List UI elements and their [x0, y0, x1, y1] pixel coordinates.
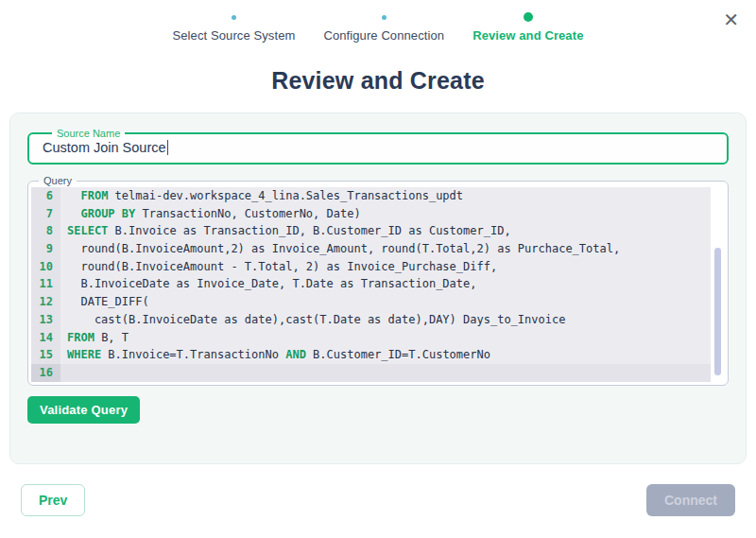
code-text: FROM B, T: [60, 329, 129, 347]
code-line[interactable]: 10 round(B.InvoiceAmount - T.Total, 2) a…: [31, 258, 711, 276]
source-name-label: Source Name: [52, 128, 125, 139]
line-number: 9: [31, 240, 60, 258]
text-caret: [167, 140, 169, 155]
footer: Prev Connect: [21, 484, 735, 516]
close-button[interactable]: ✕: [723, 10, 739, 29]
connect-button[interactable]: Connect: [646, 484, 735, 516]
code-text: [60, 364, 67, 382]
code-text: SELECT B.Invoice as Transaction_ID, B.Cu…: [60, 222, 511, 240]
source-name-value: Custom Join Source: [43, 140, 166, 155]
line-number: 11: [31, 275, 60, 293]
step-label: Configure Connection: [323, 28, 444, 43]
line-number: 16: [31, 364, 60, 382]
validate-query-button[interactable]: Validate Query: [27, 396, 140, 424]
step-label: Review and Create: [472, 28, 583, 43]
line-number: 7: [31, 205, 60, 223]
line-number: 12: [31, 293, 60, 311]
code-line[interactable]: 14FROM B, T: [31, 329, 711, 347]
code-text: cast(B.InvoiceDate as date),cast(T.Date …: [60, 311, 565, 329]
source-name-input[interactable]: Custom Join Source: [41, 139, 715, 155]
line-number: 8: [31, 222, 60, 240]
sql-editor[interactable]: 6 FROM telmai-dev.workspace_4_lina.Sales…: [31, 187, 725, 382]
step-dot-icon: [524, 12, 533, 22]
step-review-and-create[interactable]: Review and Create: [472, 12, 583, 43]
scrollbar-thumb[interactable]: [714, 248, 721, 376]
code-text: round(B.InvoiceAmount - T.Total, 2) as I…: [60, 258, 497, 276]
code-line[interactable]: 11 B.InvoiceDate as Invoice_Date, T.Date…: [31, 275, 711, 293]
code-text: GROUP BY TransactionNo, CustomerNo, Date…: [60, 205, 361, 223]
code-line[interactable]: 15WHERE B.Invoice=T.TransactionNo AND B.…: [31, 346, 711, 364]
code-text: B.InvoiceDate as Invoice_Date, T.Date as…: [60, 275, 476, 293]
step-dot-icon: [232, 15, 236, 20]
review-card: Source Name Custom Join Source Query 6 F…: [9, 113, 747, 464]
code-line[interactable]: 7 GROUP BY TransactionNo, CustomerNo, Da…: [31, 205, 711, 223]
line-number: 13: [31, 311, 60, 329]
page-title: Review and Create: [0, 67, 756, 95]
step-configure-connection[interactable]: Configure Connection: [323, 12, 444, 43]
code-line[interactable]: 12 DATE_DIFF(: [31, 293, 711, 311]
code-text: FROM telmai-dev.workspace_4_lina.Sales_T…: [60, 187, 463, 205]
code-line[interactable]: 13 cast(B.InvoiceDate as date),cast(T.Da…: [31, 311, 711, 329]
query-label: Query: [39, 175, 77, 186]
step-dot-box: [382, 12, 387, 22]
query-field: Query 6 FROM telmai-dev.workspace_4_lina…: [27, 175, 729, 386]
code-text: DATE_DIFF(: [60, 293, 149, 311]
step-dot-icon: [382, 15, 387, 20]
code-line[interactable]: 9 round(B.InvoiceAmount,2) as Invoice_Am…: [31, 240, 711, 258]
source-name-field[interactable]: Source Name Custom Join Source: [27, 128, 729, 165]
step-dot-box: [524, 12, 533, 22]
step-dot-box: [232, 12, 236, 22]
line-number: 14: [31, 329, 60, 347]
step-select-source-system[interactable]: Select Source System: [173, 12, 296, 43]
prev-button[interactable]: Prev: [21, 484, 85, 516]
code-text: round(B.InvoiceAmount,2) as Invoice_Amou…: [60, 240, 620, 258]
code-line[interactable]: 8SELECT B.Invoice as Transaction_ID, B.C…: [31, 222, 711, 240]
line-number: 6: [31, 187, 60, 205]
line-number: 15: [31, 346, 60, 364]
code-line[interactable]: 16: [31, 364, 711, 382]
stepper: Select Source System Configure Connectio…: [0, 0, 756, 43]
scrollbar-track[interactable]: [711, 187, 725, 382]
code-text: WHERE B.Invoice=T.TransactionNo AND B.Cu…: [60, 346, 490, 364]
line-number: 10: [31, 258, 60, 276]
step-label: Select Source System: [173, 28, 296, 43]
code-line[interactable]: 6 FROM telmai-dev.workspace_4_lina.Sales…: [31, 187, 711, 205]
code-lines: 6 FROM telmai-dev.workspace_4_lina.Sales…: [31, 187, 711, 382]
